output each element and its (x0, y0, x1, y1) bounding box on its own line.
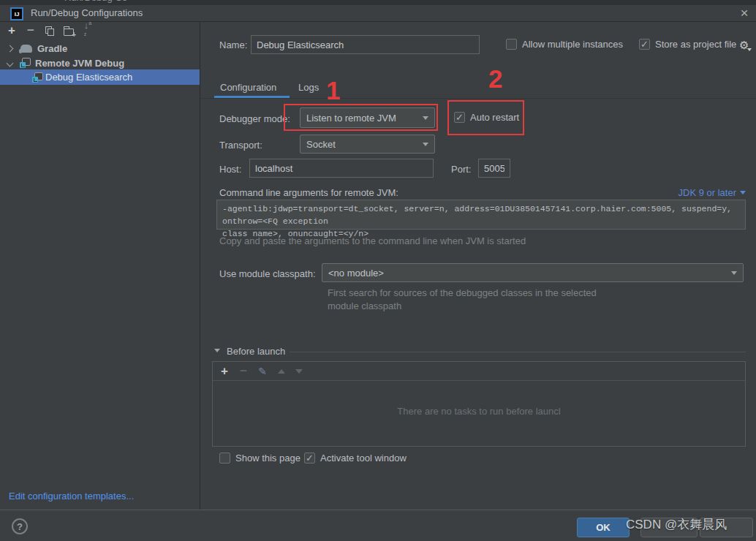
classpath-hint-line-2: module classpath (328, 300, 401, 311)
help-button[interactable]: ? (12, 518, 28, 534)
tree-item-label: Remote JVM Debug (35, 58, 124, 69)
tab-logs[interactable]: Logs (298, 82, 319, 93)
sidebar-toolbar: + − + ↓az (0, 22, 200, 41)
gradle-icon (20, 45, 32, 53)
configuration-editor-panel: Name: Allow multiple instances Store as … (200, 22, 756, 510)
tabs-separator (200, 98, 756, 99)
dialog-title: Run/Debug Configurations (31, 7, 143, 18)
before-launch-task-list: + − ✎ There are no tasks to run before l… (212, 361, 746, 447)
annotation-box-2 (447, 100, 524, 135)
copy-icon (45, 26, 54, 36)
dropdown-arrow-icon (731, 271, 737, 275)
checkbox-label: Show this page (235, 453, 300, 464)
background-window-sliver: Run/Debug Co (0, 0, 756, 5)
before-launch-rule (290, 352, 746, 352)
configurations-sidebar: + − + ↓az Gradle Remote JVM Debug Debug … (0, 22, 200, 510)
annotation-box-1 (284, 104, 438, 131)
move-task-down-button[interactable] (292, 364, 306, 379)
move-task-up-button[interactable] (274, 364, 289, 379)
checkbox-icon (304, 453, 315, 464)
cmdline-label: Command line arguments for remote JVM: (219, 187, 398, 198)
name-input[interactable] (251, 35, 480, 54)
store-options-gear-button[interactable]: ⚙ (739, 39, 749, 52)
checkbox-icon (639, 39, 650, 50)
before-launch-collapse-icon[interactable] (214, 349, 220, 352)
background-window-text: Run/Debug Co (64, 0, 127, 3)
chevron-down-icon (740, 191, 746, 194)
cmdline-arguments-field[interactable]: -agentlib:jdwp=transport=dt_socket, serv… (216, 200, 746, 230)
before-launch-title: Before launch (227, 346, 285, 357)
dropdown-value: Socket (306, 139, 336, 150)
before-launch-toolbar: + − ✎ (213, 362, 745, 381)
new-folder-icon: + (64, 29, 74, 36)
sort-az-icon: ↓az (84, 20, 91, 42)
chevron-right-icon[interactable] (7, 45, 14, 52)
tab-configuration[interactable]: Configuration (220, 82, 276, 93)
transport-label: Transport: (219, 140, 262, 151)
host-input[interactable] (249, 159, 434, 178)
pencil-icon: ✎ (258, 366, 267, 377)
checkbox-icon (506, 39, 517, 50)
ok-button[interactable]: OK (577, 518, 630, 537)
cmdline-line-1: -agentlib:jdwp=transport=dt_socket, serv… (222, 203, 740, 227)
checkbox-label: Allow multiple instances (522, 39, 623, 50)
checkbox-icon (219, 453, 230, 464)
classpath-label: Use module classpath: (219, 268, 316, 279)
transport-dropdown[interactable]: Socket (300, 135, 435, 154)
name-label: Name: (219, 39, 247, 50)
cancel-button[interactable] (640, 518, 698, 537)
remote-jvm-debug-icon (20, 58, 31, 68)
port-label: Port: (451, 164, 471, 175)
edit-configuration-templates-link[interactable]: Edit configuration templates... (9, 491, 134, 502)
checkbox-label: Activate tool window (320, 453, 407, 464)
copy-paste-hint: Copy and paste the arguments to the comm… (219, 235, 526, 246)
tree-item-label: Debug Elasticsearch (45, 72, 132, 83)
copy-configuration-button[interactable] (42, 23, 57, 38)
add-configuration-button[interactable]: + (4, 23, 19, 38)
remote-config-icon (32, 72, 43, 83)
dialog-footer: ? OK CSDN @衣舞晨风 (0, 510, 756, 541)
question-mark-icon: ? (17, 521, 23, 532)
jdk-version-selector[interactable]: JDK 9 or later (673, 187, 746, 198)
sidebar-item-gradle[interactable]: Gradle (0, 41, 200, 56)
port-input[interactable] (478, 159, 510, 178)
before-launch-empty-text: There are no tasks to run before launcl (213, 406, 745, 417)
gear-dropdown-arrow-icon (747, 48, 752, 51)
sort-configurations-button[interactable]: ↓az (80, 23, 95, 38)
tree-item-label: Gradle (37, 43, 67, 54)
chevron-down-icon[interactable] (7, 59, 14, 67)
checkbox-label: Store as project file (655, 39, 736, 50)
annotation-number-2: 2 (488, 66, 502, 91)
arrow-up-icon (278, 369, 285, 374)
sidebar-item-remote-jvm-debug[interactable]: Remote JVM Debug (0, 56, 200, 70)
edit-task-button[interactable]: ✎ (255, 364, 270, 379)
store-as-project-file-checkbox[interactable]: Store as project file (639, 39, 736, 50)
apply-button[interactable] (700, 518, 753, 537)
run-debug-configurations-dialog: Run/Debug Co IJ Run/Debug Configurations… (0, 0, 756, 541)
module-classpath-dropdown[interactable]: <no module> (322, 263, 744, 282)
intellij-logo-icon: IJ (10, 7, 23, 20)
show-this-page-checkbox[interactable]: Show this page (219, 453, 300, 464)
allow-multiple-instances-checkbox[interactable]: Allow multiple instances (506, 39, 623, 50)
close-icon[interactable]: × (736, 5, 753, 21)
host-label: Host: (219, 164, 241, 175)
remove-task-button[interactable]: − (236, 364, 251, 379)
activate-tool-window-checkbox[interactable]: Activate tool window (304, 453, 407, 464)
add-task-button[interactable]: + (217, 364, 232, 379)
new-folder-button[interactable]: + (61, 23, 76, 38)
annotation-number-1: 1 (326, 77, 340, 103)
dropdown-value: <no module> (328, 268, 384, 279)
arrow-down-icon (295, 369, 303, 374)
dialog-titlebar: IJ Run/Debug Configurations × (0, 5, 756, 22)
remove-configuration-button[interactable]: − (23, 23, 38, 38)
sidebar-item-debug-elasticsearch[interactable]: Debug Elasticsearch (0, 69, 200, 85)
classpath-hint-line-1: First search for sources of the debugged… (328, 287, 597, 298)
dropdown-arrow-icon (423, 143, 428, 146)
debugger-mode-label: Debugger mode: (219, 113, 290, 124)
